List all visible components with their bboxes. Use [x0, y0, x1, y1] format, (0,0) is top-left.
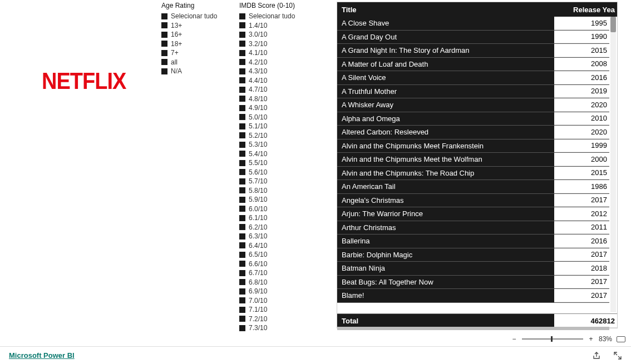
slicer-item[interactable]: 4.9/10: [239, 103, 317, 113]
slicer-item[interactable]: 5.8/10: [239, 186, 317, 196]
cell-year: 2017: [554, 289, 609, 302]
slicer-item[interactable]: 4.7/10: [239, 85, 317, 94]
cell-title: Alvin and the Chipmunks Meet the Wolfman: [337, 155, 554, 163]
powerbi-link[interactable]: Microsoft Power BI: [9, 351, 75, 360]
slicer-item[interactable]: 13+: [161, 21, 234, 31]
slicer-item[interactable]: 7.1/10: [239, 305, 317, 315]
slicer-item[interactable]: N/A: [161, 67, 234, 76]
slicer-item[interactable]: 6.7/10: [239, 268, 317, 278]
slicer-item[interactable]: 4.8/10: [239, 94, 317, 104]
zoom-slider-thumb[interactable]: [551, 336, 553, 342]
table-row[interactable]: A Silent Voice2016: [337, 71, 609, 85]
slicer-item[interactable]: 6.6/10: [239, 260, 317, 269]
slicer-item[interactable]: 4.3/10: [239, 67, 317, 76]
zoom-in-button[interactable]: +: [588, 335, 594, 343]
slicer-item[interactable]: 1.4/10: [239, 21, 317, 31]
slicer-item[interactable]: 5.6/10: [239, 168, 317, 177]
table-row[interactable]: Alpha and Omega2010: [337, 112, 609, 126]
slicer-item[interactable]: 4.1/10: [239, 48, 317, 58]
slicer-item[interactable]: all: [161, 58, 234, 67]
slicer-item[interactable]: 5.1/10: [239, 122, 317, 131]
slicer-item[interactable]: 6.8/10: [239, 278, 317, 287]
slicer-label: 6.3/10: [249, 232, 267, 240]
cell-year: 2018: [554, 262, 609, 275]
slicer-label: 16+: [171, 31, 182, 38]
slicer-item[interactable]: 4.4/10: [239, 76, 317, 86]
table-row[interactable]: Alvin and the Chipmunks Meet the Wolfman…: [337, 153, 609, 167]
slicer-item[interactable]: 3.0/10: [239, 30, 317, 39]
slicer-item[interactable]: 5.4/10: [239, 149, 317, 159]
column-header-title[interactable]: Title: [337, 6, 554, 14]
slicer-item[interactable]: 5.2/10: [239, 131, 317, 141]
slicer-item[interactable]: 7.0/10: [239, 296, 317, 306]
table-row[interactable]: Blame!2017: [337, 289, 609, 303]
slicer-label: 7.0/10: [249, 297, 267, 305]
column-header-year[interactable]: Release Yea: [554, 6, 617, 14]
vertical-scrollbar[interactable]: [610, 17, 616, 312]
slicer-item[interactable]: 5.0/10: [239, 113, 317, 122]
slicer-item[interactable]: 5.3/10: [239, 140, 317, 149]
slicer-label: 5.9/10: [249, 196, 267, 203]
slicer-item[interactable]: 7.2/10: [239, 315, 317, 324]
checkbox-icon: [161, 59, 167, 65]
slicer-item[interactable]: 4.2/10: [239, 58, 317, 67]
slicer-item[interactable]: 5.5/10: [239, 158, 317, 168]
slicer-item[interactable]: 6.4/10: [239, 241, 317, 251]
zoom-slider[interactable]: [522, 338, 583, 340]
checkbox-icon: [239, 261, 245, 267]
cell-title: A Grand Day Out: [337, 33, 554, 41]
horizontal-scrollbar[interactable]: [337, 327, 609, 330]
table-row[interactable]: Arjun: The Warrior Prince2012: [337, 207, 609, 221]
table-row[interactable]: An American Tail1986: [337, 180, 609, 194]
slicer-item[interactable]: 7.4/10: [239, 333, 317, 333]
table-row[interactable]: A Truthful Mother2019: [337, 85, 609, 99]
slicer-item[interactable]: 5.9/10: [239, 195, 317, 205]
slicer-label: 4.3/10: [249, 67, 267, 75]
fullscreen-icon[interactable]: [613, 351, 622, 360]
table-row[interactable]: Angela's Christmas2017: [337, 194, 609, 208]
slicer-item[interactable]: 6.5/10: [239, 250, 317, 260]
table-row[interactable]: A Matter of Loaf and Death2008: [337, 58, 609, 72]
slicer-item-select-all[interactable]: Selecionar tudo: [161, 12, 234, 21]
table-total-row: Total 462812: [337, 313, 617, 328]
table-row[interactable]: Batman Ninja2018: [337, 262, 609, 276]
table-row[interactable]: A Close Shave1995: [337, 17, 609, 31]
checkbox-icon: [239, 169, 245, 175]
table-row[interactable]: Alvin and the Chipmunks Meet Frankenstei…: [337, 139, 609, 153]
checkbox-icon: [239, 13, 245, 19]
footer-bar: Microsoft Power BI: [0, 346, 631, 364]
slicer-item[interactable]: 6.3/10: [239, 232, 317, 241]
fit-to-page-icon[interactable]: [617, 336, 625, 342]
table-row[interactable]: A Whisker Away2020: [337, 98, 609, 112]
slicer-item[interactable]: 18+: [161, 39, 234, 49]
table-row[interactable]: Barbie: Dolphin Magic2017: [337, 248, 609, 262]
slicer-item[interactable]: 7+: [161, 48, 234, 58]
slicer-label: 1.4/10: [249, 22, 267, 29]
table-row[interactable]: Beat Bugs: All Together Now2017: [337, 276, 609, 290]
slicer-item[interactable]: 6.1/10: [239, 213, 317, 223]
slicer-item[interactable]: 7.3/10: [239, 323, 317, 333]
slicer-item-select-all[interactable]: Selecionar tudo: [239, 12, 317, 21]
table-row[interactable]: Altered Carbon: Resleeved2020: [337, 126, 609, 139]
zoom-out-button[interactable]: −: [511, 335, 517, 343]
share-icon[interactable]: [592, 351, 601, 360]
table-row[interactable]: Alvin and the Chipmunks: The Road Chip20…: [337, 167, 609, 181]
slicer-item[interactable]: 16+: [161, 30, 234, 39]
table-row[interactable]: Arthur Christmas2011: [337, 221, 609, 235]
checkbox-icon: [239, 142, 245, 148]
cell-title: A Truthful Mother: [337, 87, 554, 96]
slicer-item[interactable]: 3.2/10: [239, 39, 317, 49]
slicer-label: 5.2/10: [249, 132, 267, 139]
scrollbar-thumb[interactable]: [610, 17, 616, 32]
slicer-item[interactable]: 6.9/10: [239, 287, 317, 296]
table-row[interactable]: A Grand Night In: The Story of Aardman20…: [337, 44, 609, 58]
table-row[interactable]: A Grand Day Out1990: [337, 31, 609, 44]
slicer-item[interactable]: 6.0/10: [239, 205, 317, 214]
slicer-label: 5.5/10: [249, 159, 267, 167]
checkbox-icon: [239, 242, 245, 248]
table-row[interactable]: Ballerina2016: [337, 235, 609, 248]
slicer-item[interactable]: 5.7/10: [239, 177, 317, 186]
checkbox-icon: [239, 252, 245, 258]
slicer-label: 3.2/10: [249, 40, 267, 48]
slicer-item[interactable]: 6.2/10: [239, 223, 317, 232]
